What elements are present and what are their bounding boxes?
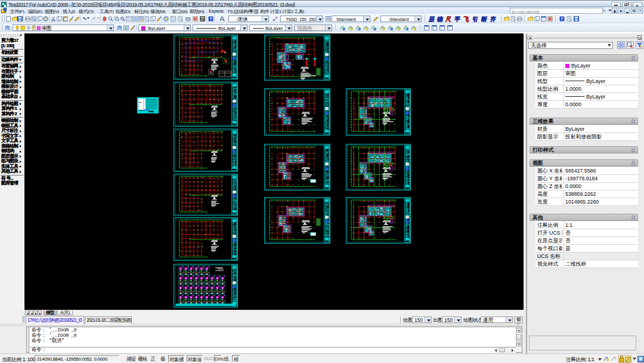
svg-text:?: ?: [561, 17, 563, 21]
svg-text:?: ?: [209, 17, 212, 21]
